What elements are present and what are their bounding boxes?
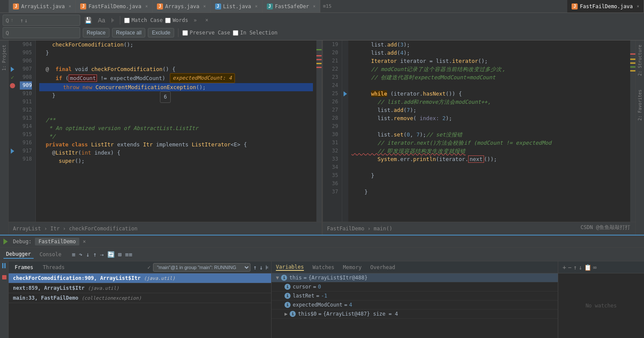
tab-close-fastsafe[interactable]: × (313, 4, 316, 9)
case-toggle[interactable]: Aa (96, 16, 107, 25)
variables-tab-overhead[interactable]: Overhead (370, 264, 395, 270)
rln-32: 32 (326, 147, 338, 155)
var-row-cursor[interactable]: i cursor = 0 (272, 282, 558, 291)
rcode-24 (352, 81, 627, 90)
infinity-watch-icon[interactable]: ∞ (593, 264, 597, 271)
debug-frames-icon[interactable]: ≡ (72, 251, 75, 258)
move-up-watch-icon[interactable]: ↑ (573, 264, 577, 271)
add-watch-icon[interactable]: + (563, 264, 566, 271)
right-code-content[interactable]: list.add(3); list.add(4); Iterator itera… (348, 40, 631, 222)
frames-tab-frames[interactable]: Frames (11, 264, 37, 271)
frame-row-0[interactable]: checkForComodification:909, ArrayList$It… (9, 273, 271, 283)
tab-overflow[interactable]: ≡15 (320, 3, 334, 9)
tab-right-fastfaildemo[interactable]: J FastFailDemo.java × (567, 0, 644, 13)
exclude-button[interactable]: Exclude (148, 28, 174, 37)
tab-fastsafe[interactable]: J FastSafeDer × (263, 0, 321, 13)
find-input-wrap[interactable]: Q ↑ ↓ (3, 15, 80, 26)
code-907-at: @ (39, 65, 49, 73)
debug-step-into-icon[interactable]: ↓ (86, 251, 89, 258)
stop-icon[interactable] (2, 275, 6, 279)
debug-run-icon[interactable] (3, 239, 9, 245)
up-arrow-icon[interactable]: ↑ (20, 17, 24, 24)
tab-close-arraylist[interactable]: × (69, 4, 71, 9)
var-val-emc: 4 (349, 302, 352, 308)
expand-this[interactable]: ▼ (276, 275, 279, 281)
tab-close-list[interactable]: × (255, 4, 258, 9)
frame-name-1: next:859, ArrayList$Itr (13, 285, 88, 291)
preserve-case-label[interactable]: Preserve Case (182, 30, 230, 36)
preserve-case-checkbox[interactable] (182, 30, 188, 36)
pause-icon (2, 263, 6, 268)
variables-tab-memory[interactable]: Memory (343, 264, 362, 270)
debug-run-cursor-icon[interactable]: ⇢ (100, 251, 103, 258)
scroll-mark-red-2 (316, 59, 322, 60)
down-arrow-icon[interactable]: ↓ (25, 17, 28, 24)
replace-button[interactable]: Replace (83, 28, 109, 37)
debug-table-icon[interactable]: ⊞ (118, 251, 122, 258)
thread-select[interactable]: "main"@1 in group "main": RUNNING (153, 263, 250, 272)
debug-step-out-icon[interactable]: ↑ (93, 251, 97, 258)
remove-watch-icon[interactable]: − (568, 264, 571, 271)
expand-this0[interactable]: ▶ (284, 311, 288, 317)
left-scrollbar[interactable] (316, 40, 322, 222)
tab-arraylist[interactable]: J ArrayList.java × (9, 0, 76, 13)
save-button[interactable]: 💾 (83, 16, 94, 25)
frame-row-1[interactable]: next:859, ArrayList$Itr (java.util) (9, 283, 271, 293)
replace-all-button[interactable]: Replace all (112, 28, 145, 37)
words-checkbox[interactable] (165, 18, 171, 23)
right-scrollbar[interactable] (630, 40, 635, 222)
debugger-tab-btn[interactable]: Debugger (3, 250, 34, 259)
var-row-this[interactable]: ▼ i this = {ArrayList$Itr@488} (272, 273, 558, 282)
var-row-lastret[interactable]: i lastRet = -1 (272, 291, 558, 301)
frames-tab-threads[interactable]: Threads (39, 264, 68, 271)
replace-input-wrap[interactable]: Q (3, 27, 80, 38)
debug-settings-icon[interactable]: ≡≡ (125, 251, 132, 258)
thread-up-icon[interactable]: ↑ (253, 264, 256, 271)
debug-evaluate-icon[interactable]: 🔄 (107, 251, 115, 258)
var-row-expectedmodcount[interactable]: i expectedModCount = 4 (272, 301, 558, 310)
move-down-watch-icon[interactable]: ↓ (578, 264, 582, 271)
rln-24: 24 (326, 81, 338, 90)
in-selection-label[interactable]: In Selection (233, 30, 278, 36)
rln-21: 21 (326, 57, 338, 65)
tab-close-fastfaildemo[interactable]: × (145, 4, 148, 9)
copy-watch-icon[interactable]: 📋 (584, 264, 591, 271)
close-search-button[interactable]: × (202, 16, 211, 25)
rln-33: 33 (326, 155, 338, 163)
find-input[interactable] (11, 17, 19, 23)
variables-tab-variables[interactable]: Variables (276, 264, 304, 271)
rln-35: 35 (326, 171, 338, 180)
replace-input[interactable] (11, 30, 77, 36)
debug-close-icon[interactable]: × (83, 239, 86, 245)
rcode-33: System.err.println(iterator.next()); (352, 155, 627, 163)
in-selection-checkbox[interactable] (233, 30, 238, 36)
tab-close-right[interactable]: × (637, 4, 639, 9)
vtab-structure[interactable]: 2: Structure (636, 42, 644, 78)
tab-close-arrays[interactable]: × (203, 4, 206, 9)
watermark: CSDN @鱼鱼敲敲打打 (581, 224, 630, 231)
thread-filter-icon[interactable]: ⊧ (266, 264, 269, 271)
tab-fastfaildemo[interactable]: J FastFailDemo.java × (76, 0, 153, 13)
rscroll-yellow-2 (630, 62, 635, 64)
tab-arrays[interactable]: J Arrays.java × (153, 0, 211, 13)
variables-tab-watches[interactable]: Watches (313, 264, 335, 270)
filter-button[interactable]: ⊧ (109, 16, 116, 25)
tab-label-fastfaildemo: FastFailDemo.java (88, 3, 141, 9)
rln-23: 23 (326, 73, 338, 81)
var-row-this0[interactable]: ▶ i this$0 = {ArrayList@487} size = 4 (272, 310, 558, 319)
words-label[interactable]: Words (165, 17, 188, 23)
vtab-project[interactable]: 1: Project (0, 42, 8, 73)
thread-down-icon[interactable]: ↓ (259, 264, 263, 271)
vtab-favorites[interactable]: 2: Favorites (636, 87, 644, 123)
console-tab-btn[interactable]: Console (37, 251, 64, 258)
match-case-label[interactable]: Match Case (124, 17, 163, 23)
left-code-content[interactable]: checkForComodification(); } @ final void… (36, 40, 316, 222)
debug-step-over-icon[interactable]: ↷ (79, 251, 82, 258)
tab-list[interactable]: J List.java × (211, 0, 263, 13)
match-case-checkbox[interactable] (124, 18, 130, 23)
more-options-button[interactable]: » (191, 16, 200, 25)
frame-row-2[interactable]: main:33, FastFailDemo (collectionexcepti… (9, 293, 271, 303)
var-eq-lastret: = (316, 293, 319, 299)
words-text: Words (172, 17, 188, 23)
debug-session-tab[interactable]: FastFailDemo (35, 238, 79, 245)
